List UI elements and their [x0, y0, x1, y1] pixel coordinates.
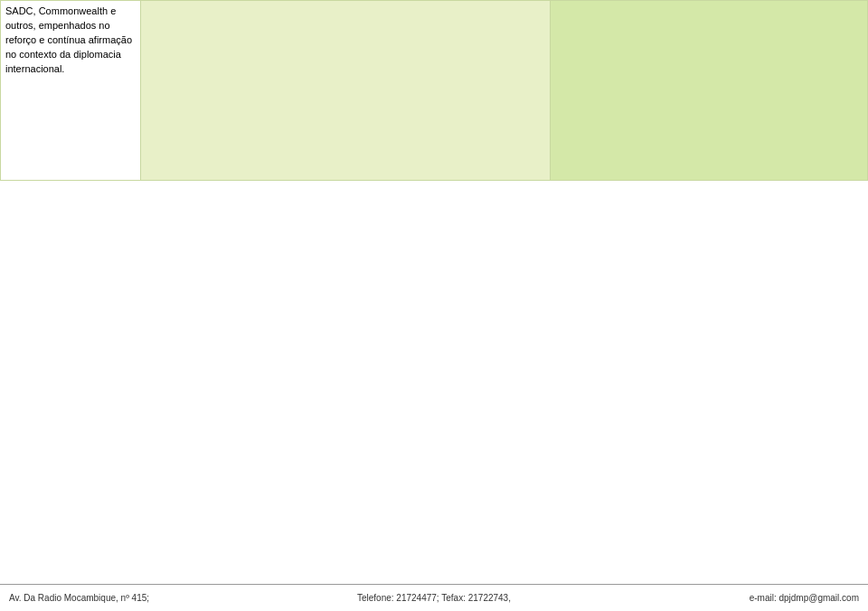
cell-left: SADC, Commonwealth e outros, empenhados …	[1, 1, 141, 180]
cell-right	[551, 1, 867, 180]
footer-right-text: e-mail: dpjdmp@gmail.com	[750, 593, 859, 603]
footer: Av. Da Radio Mocambique, nº 415; Telefon…	[0, 584, 868, 611]
footer-left: Av. Da Radio Mocambique, nº 415;	[9, 593, 292, 603]
footer-center-text: Telefone: 21724477; Tefax: 21722743,	[357, 593, 511, 603]
footer-left-text: Av. Da Radio Mocambique, nº 415;	[9, 593, 149, 603]
remaining-space	[0, 181, 868, 584]
footer-center: Telefone: 21724477; Tefax: 21722743,	[292, 593, 575, 603]
table-row: SADC, Commonwealth e outros, empenhados …	[0, 0, 868, 181]
cell-middle	[141, 1, 551, 180]
main-content: SADC, Commonwealth e outros, empenhados …	[0, 0, 868, 584]
footer-right: e-mail: dpjdmp@gmail.com	[576, 593, 859, 603]
cell-left-text: SADC, Commonwealth e outros, empenhados …	[5, 5, 132, 74]
